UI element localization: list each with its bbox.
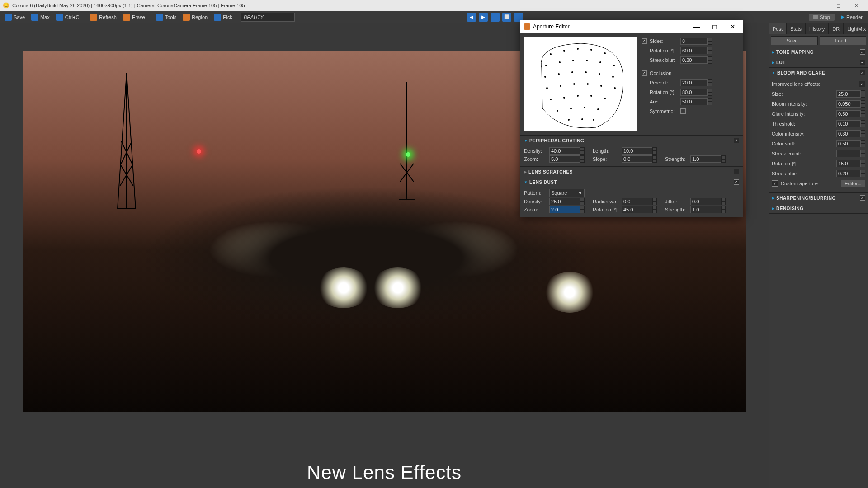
occlusion-checkbox[interactable]: ✓ bbox=[642, 70, 647, 76]
grating-length-input[interactable]: 10.0 bbox=[622, 147, 652, 155]
threshold-input[interactable]: 0.10 bbox=[836, 120, 861, 127]
section-bloom-glare[interactable]: ▼BLOOM AND GLARE✓ bbox=[769, 68, 868, 78]
section-tone-mapping[interactable]: ▶TONE MAPPING✓ bbox=[769, 47, 868, 57]
dust-density-input[interactable]: 25.0 bbox=[549, 198, 580, 205]
grating-density-input[interactable]: 40.0 bbox=[549, 147, 580, 155]
improved-lens-checkbox[interactable]: ✓ bbox=[859, 81, 865, 87]
bloom-spinner[interactable] bbox=[861, 100, 865, 108]
streak-blur-input[interactable]: 0.20 bbox=[836, 170, 861, 177]
render-button[interactable]: ▶Render bbox=[837, 13, 866, 21]
section-lens-dust[interactable]: ▼LENS DUST✓ bbox=[520, 177, 743, 187]
tools-button[interactable]: Tools bbox=[153, 13, 179, 22]
save-preset-button[interactable]: Save... bbox=[771, 36, 818, 45]
rot-spinner[interactable] bbox=[861, 160, 865, 167]
dust-jitter-spinner[interactable] bbox=[721, 198, 726, 205]
minimize-button[interactable]: — bbox=[811, 0, 829, 11]
dust-zoom-spinner[interactable] bbox=[580, 206, 585, 213]
grating-zoom-input[interactable]: 5.0 bbox=[549, 155, 580, 163]
colshift-spinner[interactable] bbox=[861, 140, 865, 147]
dust-strength-spinner[interactable] bbox=[721, 206, 726, 213]
rotation2-spinner[interactable] bbox=[708, 89, 712, 96]
dust-radvar-spinner[interactable] bbox=[652, 198, 657, 205]
streak-spinner[interactable] bbox=[861, 150, 865, 157]
blur-spinner[interactable] bbox=[708, 56, 712, 64]
glare-intensity-input[interactable]: 0.50 bbox=[836, 110, 861, 117]
section-lens-scratches[interactable]: ▶LENS SCRATCHES bbox=[520, 167, 743, 177]
threshold-spinner[interactable] bbox=[861, 120, 865, 127]
zoom-in-button[interactable]: + bbox=[491, 13, 500, 22]
save-button[interactable]: Save bbox=[2, 13, 28, 22]
tab-history[interactable]: History bbox=[806, 23, 829, 34]
bloom-intensity-input[interactable]: 0.050 bbox=[836, 100, 861, 108]
tab-dr[interactable]: DR bbox=[829, 23, 844, 34]
color-intensity-input[interactable]: 0.30 bbox=[836, 130, 861, 137]
app-icon: 😊 bbox=[3, 2, 9, 9]
sides-spinner[interactable] bbox=[708, 38, 712, 45]
streak-count-input[interactable] bbox=[836, 150, 861, 157]
tab-post[interactable]: Post bbox=[769, 23, 787, 34]
ctrlc-button[interactable]: Ctrl+C bbox=[53, 13, 82, 22]
grating-strength-spinner[interactable] bbox=[721, 155, 726, 163]
percent-input[interactable]: 20.0 bbox=[680, 79, 708, 86]
tab-stats[interactable]: Stats bbox=[787, 23, 806, 34]
section-sharpening[interactable]: ▶SHARPENING/BLURRING✓ bbox=[769, 193, 868, 203]
sides-checkbox[interactable]: ✓ bbox=[642, 38, 647, 44]
nav-prev-button[interactable]: ◀ bbox=[467, 13, 476, 22]
sides-input[interactable]: 8 bbox=[680, 38, 708, 45]
arc-spinner[interactable] bbox=[708, 98, 712, 105]
maximize-button[interactable]: ◻ bbox=[829, 0, 847, 11]
grating-slope-spinner[interactable] bbox=[652, 155, 657, 163]
close-button[interactable]: ✕ bbox=[847, 0, 865, 11]
dust-pattern-select[interactable]: Square▼ bbox=[549, 189, 585, 197]
aperture-editor-button[interactable]: Editor... bbox=[841, 180, 865, 187]
green-light bbox=[406, 152, 410, 157]
dialog-maximize-button[interactable]: ◻ bbox=[706, 20, 724, 33]
grating-zoom-spinner[interactable] bbox=[580, 155, 585, 163]
streak-blur-input[interactable]: 0.20 bbox=[680, 56, 708, 64]
stop-button[interactable]: Stop bbox=[809, 14, 835, 21]
section-lut[interactable]: ▶LUT✓ bbox=[769, 57, 868, 67]
rotation-input[interactable]: 15.0 bbox=[836, 160, 861, 167]
symmetric-checkbox[interactable] bbox=[680, 108, 686, 114]
dust-strength-input[interactable]: 1.0 bbox=[690, 206, 721, 213]
rotation-spinner[interactable] bbox=[708, 47, 712, 54]
section-peripheral-grating[interactable]: ▼PERIPHERAL GRATING✓ bbox=[520, 136, 743, 145]
rotation-input[interactable]: 60.0 bbox=[680, 47, 708, 54]
dialog-minimize-button[interactable]: — bbox=[688, 20, 706, 33]
svg-point-21 bbox=[599, 61, 601, 63]
erase-button[interactable]: Erase bbox=[120, 13, 148, 22]
nav-next-button[interactable]: ▶ bbox=[479, 13, 488, 22]
dust-density-spinner[interactable] bbox=[580, 198, 585, 205]
section-denoising[interactable]: ▶DENOISING bbox=[769, 203, 868, 213]
region-button[interactable]: Region bbox=[180, 13, 210, 22]
rotation2-input[interactable]: 80.0 bbox=[680, 89, 708, 96]
scratches-checkbox[interactable] bbox=[734, 169, 739, 174]
refresh-button[interactable]: Refresh bbox=[87, 13, 119, 22]
blur-spinner[interactable] bbox=[861, 170, 865, 177]
color-shift-input[interactable]: 0.50 bbox=[836, 140, 861, 147]
custom-aperture-checkbox[interactable]: ✓ bbox=[772, 180, 778, 187]
glare-spinner[interactable] bbox=[861, 110, 865, 117]
percent-spinner[interactable] bbox=[708, 79, 712, 86]
dust-jitter-input[interactable]: 0.0 bbox=[690, 198, 721, 205]
max-button[interactable]: Max bbox=[28, 13, 52, 22]
grating-strength-input[interactable]: 1.0 bbox=[690, 155, 721, 163]
grating-length-spinner[interactable] bbox=[652, 147, 657, 155]
arc-input[interactable]: 50.0 bbox=[680, 98, 708, 105]
dialog-titlebar[interactable]: Aperture Editor — ◻ ✕ bbox=[520, 20, 743, 33]
dialog-close-button[interactable]: ✕ bbox=[724, 20, 742, 33]
zoom-fit-button[interactable]: ⬜ bbox=[502, 13, 511, 22]
size-spinner[interactable] bbox=[861, 90, 865, 98]
dust-radvar-input[interactable]: 0.0 bbox=[622, 198, 652, 205]
size-input[interactable]: 25.0 bbox=[836, 90, 861, 98]
tab-lightmix[interactable]: LightMix bbox=[844, 23, 868, 34]
dust-rotation-spinner[interactable] bbox=[652, 206, 657, 213]
dust-rotation-input[interactable]: 45.0 bbox=[622, 206, 652, 213]
pick-button[interactable]: Pick bbox=[211, 13, 235, 22]
load-preset-button[interactable]: Load... bbox=[820, 36, 867, 45]
grating-density-spinner[interactable] bbox=[580, 147, 585, 155]
colint-spinner[interactable] bbox=[861, 130, 865, 137]
pass-dropdown[interactable]: BEAUTY bbox=[241, 13, 295, 22]
grating-slope-input[interactable]: 0.0 bbox=[622, 155, 652, 163]
dust-zoom-input[interactable]: 2.0 bbox=[549, 206, 580, 213]
